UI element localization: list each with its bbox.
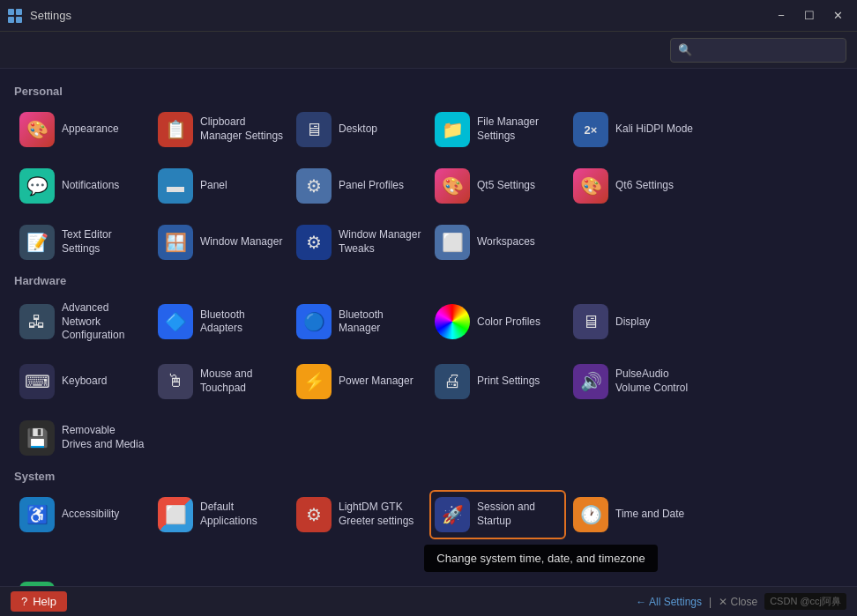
sidebar-item-mouse[interactable]: 🖱 Mouse and Touchpad (153, 357, 289, 406)
sidebar-item-bt-manager[interactable]: 🔵 Bluetooth Manager (291, 294, 428, 350)
svg-rect-1 (16, 9, 22, 15)
sidebar-item-text-editor[interactable]: 📝 Text Editor Settings (14, 218, 151, 267)
sidebar-item-panel-profiles[interactable]: ⚙ Panel Profiles (291, 161, 428, 211)
sidebar-item-qt6[interactable]: 🎨 Qt6 Settings (568, 161, 704, 211)
sidebar-item-kali-hidpi[interactable]: 2× Kali HiDPI Mode (568, 105, 704, 154)
workspaces-label: Workspaces (477, 235, 535, 249)
sidebar-item-time-date[interactable]: 🕐 Time and Date (568, 490, 704, 539)
text-editor-label: Text Editor Settings (62, 228, 145, 256)
lightdm-icon: ⚙ (296, 497, 332, 532)
bt-adapters-label: Bluetooth Adapters (200, 308, 284, 336)
help-label: Help (33, 595, 56, 608)
sidebar-item-qt5[interactable]: 🎨 Qt5 Settings (429, 161, 566, 211)
appearance-icon: 🎨 (19, 112, 55, 147)
bt-manager-label: Bluetooth Manager (339, 308, 422, 336)
system-row1: ♿ Accessibility ⬜ Default Applications ⚙… (14, 490, 843, 539)
sidebar-item-display[interactable]: 🖥 Display (568, 294, 704, 350)
system-row2: 👤 Users and Groups (14, 575, 843, 586)
watermark: CSDN @ccj阿鼻 (764, 593, 846, 610)
sidebar-item-panel[interactable]: ▬ Panel (153, 161, 289, 211)
hardware-row3: 💾 Removable Drives and Media (14, 413, 843, 463)
sidebar-item-file-manager[interactable]: 📁 File Manager Settings (429, 105, 566, 154)
desktop-label: Desktop (339, 122, 377, 137)
wm-icon: 🪟 (158, 225, 193, 260)
appearance-label: Appearance (62, 122, 119, 137)
sidebar-item-adv-network[interactable]: 🖧 Advanced Network Configuration (14, 294, 151, 350)
bt-manager-icon: 🔵 (296, 304, 332, 339)
panel-profiles-icon: ⚙ (296, 168, 332, 204)
svg-rect-2 (8, 17, 14, 23)
sidebar-item-notifications[interactable]: 💬 Notifications (14, 161, 151, 211)
bt-adapters-icon: 🔷 (158, 304, 193, 339)
wm-tweaks-label: Window Manager Tweaks (339, 228, 422, 256)
help-button[interactable]: ? Help (11, 591, 67, 612)
sidebar-item-power[interactable]: ⚡ Power Manager (291, 357, 428, 406)
sidebar-item-session[interactable]: 🚀 Session and Startup (429, 490, 566, 539)
panel-icon: ▬ (158, 168, 193, 204)
kali-hidpi-icon: 2× (573, 112, 608, 147)
minimize-button[interactable]: − (769, 7, 794, 25)
power-label: Power Manager (339, 375, 414, 389)
sidebar-item-bt-adapters[interactable]: 🔷 Bluetooth Adapters (153, 294, 289, 350)
app-icon (7, 8, 23, 24)
search-box[interactable]: 🔍 (670, 38, 846, 63)
sidebar-item-desktop[interactable]: 🖥 Desktop (291, 105, 428, 154)
panel-label: Panel (200, 179, 227, 193)
search-icon: 🔍 (678, 43, 692, 56)
sidebar-item-pulseaudio[interactable]: 🔊 PulseAudio Volume Control (568, 357, 704, 406)
close-button[interactable]: ✕ (825, 7, 850, 25)
print-icon: 🖨 (435, 364, 470, 399)
all-settings-link[interactable]: ← All Settings (636, 596, 702, 608)
sidebar-item-wm-tweaks[interactable]: ⚙ Window Manager Tweaks (291, 218, 428, 267)
sidebar-item-users-groups[interactable]: 👤 Users and Groups (14, 575, 151, 586)
sidebar-item-keyboard[interactable]: ⌨ Keyboard (14, 357, 151, 406)
hardware-row1: 🖧 Advanced Network Configuration 🔷 Bluet… (14, 294, 843, 350)
wm-label: Window Manager (200, 235, 282, 249)
panel-profiles-label: Panel Profiles (339, 179, 404, 193)
tooltip-box: Change system time, date, and timezone (424, 545, 657, 572)
lightdm-label: LightDM GTK Greeter settings (339, 501, 422, 528)
default-apps-icon: ⬜ (158, 497, 193, 532)
bottombar: ? Help ← All Settings | ✕ Close CSDN @cc… (0, 586, 857, 616)
display-label: Display (615, 315, 650, 330)
section-system: System (14, 470, 843, 483)
sidebar-item-workspaces[interactable]: ⬜ Workspaces (429, 218, 566, 267)
personal-row3: 📝 Text Editor Settings 🪟 Window Manager … (14, 218, 843, 267)
window-controls: − ☐ ✕ (769, 7, 850, 25)
sidebar-item-accessibility[interactable]: ♿ Accessibility (14, 490, 151, 539)
toolbar: 🔍 (0, 32, 857, 69)
section-personal: Personal (14, 85, 843, 98)
sidebar-item-default-apps[interactable]: ⬜ Default Applications (153, 490, 289, 539)
keyboard-icon: ⌨ (19, 364, 55, 399)
sidebar-item-clipboard[interactable]: 📋 Clipboard Manager Settings (153, 105, 289, 154)
accessibility-label: Accessibility (62, 508, 119, 522)
pulseaudio-icon: 🔊 (573, 364, 608, 399)
display-icon: 🖥 (573, 304, 608, 339)
print-label: Print Settings (477, 375, 540, 389)
sidebar-item-color-profiles[interactable]: Color Profiles (429, 294, 566, 350)
search-input[interactable] (696, 43, 838, 56)
workspaces-icon: ⬜ (435, 225, 470, 260)
removable-icon: 💾 (19, 420, 55, 456)
section-hardware: Hardware (14, 274, 843, 287)
accessibility-icon: ♿ (19, 497, 55, 532)
power-icon: ⚡ (296, 364, 332, 399)
pulseaudio-label: PulseAudio Volume Control (615, 367, 699, 395)
qt5-icon: 🎨 (435, 168, 470, 204)
sidebar-item-print[interactable]: 🖨 Print Settings (429, 357, 566, 406)
sidebar-item-removable[interactable]: 💾 Removable Drives and Media (14, 413, 151, 463)
notifications-label: Notifications (62, 179, 119, 193)
color-profiles-label: Color Profiles (477, 315, 540, 330)
sidebar-item-window-manager[interactable]: 🪟 Window Manager (153, 218, 289, 267)
sidebar-item-appearance[interactable]: 🎨 Appearance (14, 105, 151, 154)
close-link[interactable]: ✕ Close (719, 596, 757, 608)
sidebar-item-lightdm[interactable]: ⚙ LightDM GTK Greeter settings (291, 490, 428, 539)
removable-label: Removable Drives and Media (62, 424, 145, 451)
file-manager-icon: 📁 (435, 112, 470, 147)
maximize-button[interactable]: ☐ (797, 7, 822, 25)
qt5-label: Qt5 Settings (477, 179, 535, 193)
keyboard-label: Keyboard (62, 375, 107, 389)
time-date-label: Time and Date (615, 508, 684, 522)
qt6-icon: 🎨 (573, 168, 608, 204)
session-icon: 🚀 (435, 497, 470, 532)
